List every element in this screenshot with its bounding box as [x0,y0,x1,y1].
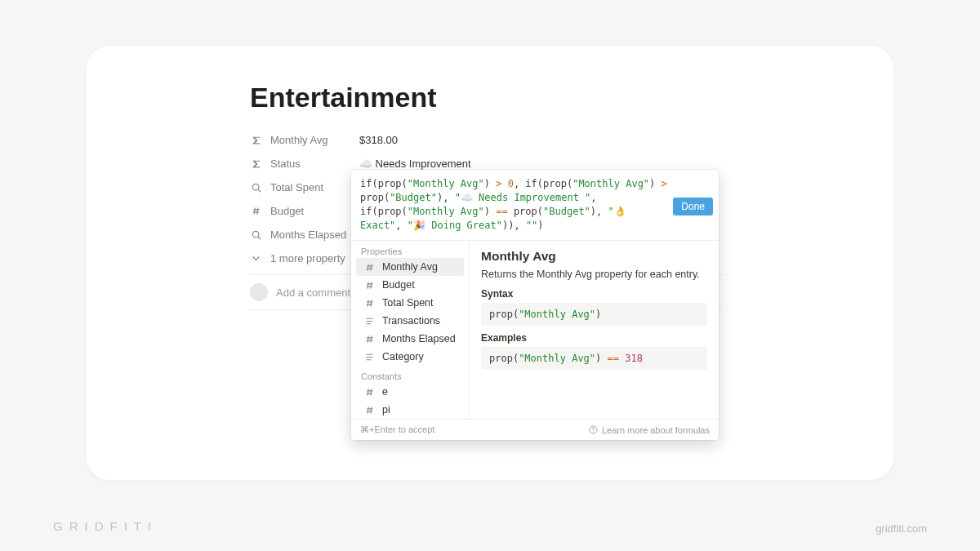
syntax-heading: Syntax [481,288,707,300]
done-button[interactable]: Done [673,198,713,216]
avatar [250,283,268,301]
property-value[interactable]: ☁️ Needs Improvement [359,158,471,170]
property-name: Budget [270,205,304,217]
hash-icon [364,334,375,344]
detail-title: Monthly Avg [481,249,707,264]
sidebar-item[interactable]: e [356,383,464,401]
sigma-icon [250,135,262,146]
syntax-code: prop("Monthly Avg") [481,303,707,326]
svg-point-2 [252,231,259,238]
example-code: prop("Monthly Avg") == 318 [481,347,707,370]
property-name: Months Elapsed [270,229,346,241]
detail-description: Returns the Monthly Avg property for eac… [481,269,707,280]
hash-icon [364,387,375,398]
examples-heading: Examples [481,332,707,344]
accept-hint: ⌘+Enter to accept [360,424,434,435]
search-icon [250,182,262,193]
sidebar-item[interactable]: Budget [356,276,464,294]
sidebar-group-label: Properties [351,241,469,258]
formula-popup: if(prop("Monthly Avg") > 0, if(prop("Mon… [351,170,719,440]
formula-detail: Monthly Avg Returns the Monthly Avg prop… [469,241,719,419]
learn-more-label: Learn more about formulas [602,425,710,435]
sigma-icon [250,158,262,170]
sidebar-group-label: Constants [351,366,469,383]
svg-line-1 [258,189,261,192]
hash-icon [250,206,262,216]
sidebar-item-label: e [382,386,388,398]
brand-logo: GRIDFITI [53,519,158,533]
sidebar-item-label: Monthly Avg [382,261,438,273]
hash-icon [364,280,375,291]
property-name: Status [270,158,301,170]
property-name: Monthly Avg [270,134,328,146]
sidebar-item[interactable]: Transactions [356,312,464,330]
sidebar-item-label: Months Elapsed [382,333,456,344]
sidebar-item-label: Category [382,351,424,362]
formula-editor[interactable]: if(prop("Monthly Avg") > 0, if(prop("Mon… [351,170,719,240]
sidebar-item-label: Budget [382,279,415,291]
sidebar-item[interactable]: Monthly Avg [356,258,464,276]
sidebar-item[interactable]: Total Spent [356,294,464,312]
svg-line-3 [258,237,261,239]
comment-placeholder: Add a comment... [276,287,359,299]
chevron-down-icon [250,254,262,263]
formula-sidebar: PropertiesMonthly AvgBudgetTotal SpentTr… [351,241,469,419]
more-properties-label: 1 more property [270,252,345,264]
hash-icon [364,298,375,309]
property-name: Total Spent [270,181,323,193]
lines-icon [364,316,375,327]
property-value[interactable]: $318.00 [359,134,398,146]
lines-icon [364,352,375,362]
hash-icon [364,405,375,415]
sidebar-item-label: pi [382,404,390,415]
brand-url: gridfiti.com [875,522,927,535]
page-title[interactable]: Entertainment [250,82,724,113]
property-row[interactable]: Monthly Avg$318.00 [250,128,724,152]
sidebar-item[interactable]: Months Elapsed [356,330,464,348]
sidebar-item[interactable]: pi [356,401,464,419]
property-label[interactable]: Status [250,158,359,170]
hash-icon [364,262,375,273]
property-label[interactable]: Months Elapsed [250,229,359,241]
property-label[interactable]: Budget [250,205,359,217]
sidebar-item[interactable]: Category [356,348,464,366]
learn-more-link[interactable]: Learn more about formulas [589,425,710,435]
sidebar-item-label: Total Spent [382,297,434,309]
svg-point-0 [252,184,259,190]
sidebar-item-label: Transactions [382,315,440,327]
property-label[interactable]: Total Spent [250,181,359,193]
property-label[interactable]: Monthly Avg [250,134,359,146]
search-icon [250,229,262,241]
help-icon [589,425,598,434]
